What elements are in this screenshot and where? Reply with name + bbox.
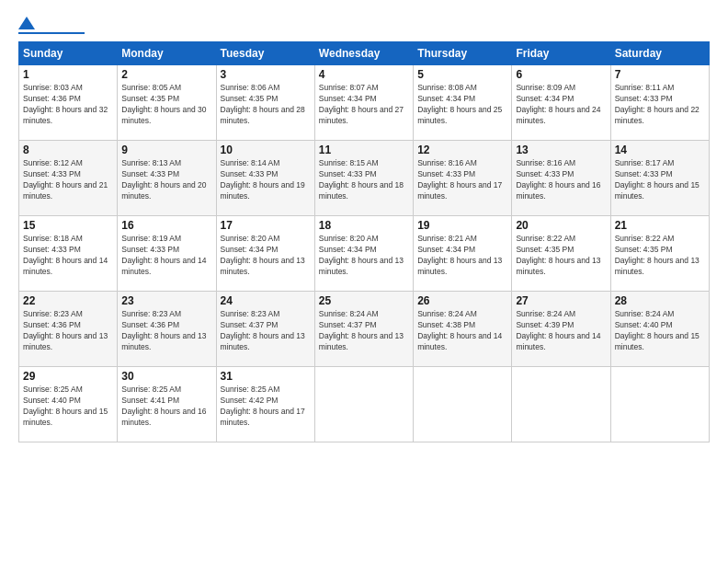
day-number: 18 bbox=[319, 219, 409, 232]
day-info: Sunrise: 8:24 AMSunset: 4:37 PMDaylight:… bbox=[319, 309, 409, 353]
day-info: Sunrise: 8:14 AMSunset: 4:33 PMDaylight:… bbox=[221, 158, 311, 202]
weekday-header: Tuesday bbox=[216, 42, 314, 65]
day-info: Sunrise: 8:22 AMSunset: 4:35 PMDaylight:… bbox=[516, 234, 606, 278]
logo-icon bbox=[18, 15, 35, 31]
day-number: 4 bbox=[319, 68, 409, 81]
day-number: 7 bbox=[615, 68, 705, 81]
weekday-header: Monday bbox=[118, 42, 216, 65]
day-number: 12 bbox=[417, 144, 507, 156]
calendar-table: SundayMondayTuesdayWednesdayThursdayFrid… bbox=[18, 41, 710, 442]
calendar-cell: 23Sunrise: 8:23 AMSunset: 4:36 PMDayligh… bbox=[118, 292, 216, 367]
svg-marker-0 bbox=[18, 17, 35, 29]
calendar-week-row: 8Sunrise: 8:12 AMSunset: 4:33 PMDaylight… bbox=[19, 141, 710, 216]
calendar-cell: 6Sunrise: 8:09 AMSunset: 4:34 PMDaylight… bbox=[512, 65, 610, 141]
day-number: 1 bbox=[23, 68, 113, 81]
day-info: Sunrise: 8:09 AMSunset: 4:34 PMDaylight:… bbox=[516, 83, 606, 127]
weekday-header: Saturday bbox=[610, 42, 709, 65]
calendar-cell: 19Sunrise: 8:21 AMSunset: 4:34 PMDayligh… bbox=[414, 216, 512, 292]
calendar-cell: 16Sunrise: 8:19 AMSunset: 4:33 PMDayligh… bbox=[118, 216, 216, 292]
day-info: Sunrise: 8:24 AMSunset: 4:40 PMDaylight:… bbox=[615, 309, 705, 353]
day-number: 25 bbox=[319, 294, 409, 307]
day-number: 22 bbox=[23, 294, 113, 307]
day-number: 24 bbox=[221, 294, 311, 307]
calendar-cell: 27Sunrise: 8:24 AMSunset: 4:39 PMDayligh… bbox=[512, 292, 610, 367]
header-row: SundayMondayTuesdayWednesdayThursdayFrid… bbox=[19, 42, 710, 65]
calendar-cell: 18Sunrise: 8:20 AMSunset: 4:34 PMDayligh… bbox=[314, 216, 413, 292]
calendar-cell bbox=[314, 367, 413, 442]
calendar-cell: 11Sunrise: 8:15 AMSunset: 4:33 PMDayligh… bbox=[314, 141, 413, 216]
day-info: Sunrise: 8:08 AMSunset: 4:34 PMDaylight:… bbox=[417, 83, 507, 127]
calendar-cell bbox=[610, 367, 709, 442]
calendar-cell: 9Sunrise: 8:13 AMSunset: 4:33 PMDaylight… bbox=[118, 141, 216, 216]
weekday-header: Friday bbox=[512, 42, 610, 65]
day-info: Sunrise: 8:19 AMSunset: 4:33 PMDaylight:… bbox=[121, 234, 211, 278]
day-number: 5 bbox=[417, 68, 507, 81]
calendar-cell: 20Sunrise: 8:22 AMSunset: 4:35 PMDayligh… bbox=[512, 216, 610, 292]
calendar-cell: 30Sunrise: 8:25 AMSunset: 4:41 PMDayligh… bbox=[118, 367, 216, 442]
day-number: 23 bbox=[121, 294, 211, 307]
calendar-cell bbox=[512, 367, 610, 442]
calendar-cell: 29Sunrise: 8:25 AMSunset: 4:40 PMDayligh… bbox=[19, 367, 118, 442]
day-number: 15 bbox=[23, 219, 113, 232]
calendar-cell: 10Sunrise: 8:14 AMSunset: 4:33 PMDayligh… bbox=[216, 141, 314, 216]
day-info: Sunrise: 8:20 AMSunset: 4:34 PMDaylight:… bbox=[221, 234, 311, 278]
day-number: 8 bbox=[23, 144, 113, 156]
header bbox=[18, 15, 710, 34]
day-info: Sunrise: 8:20 AMSunset: 4:34 PMDaylight:… bbox=[319, 234, 409, 278]
calendar-cell: 24Sunrise: 8:23 AMSunset: 4:37 PMDayligh… bbox=[216, 292, 314, 367]
day-info: Sunrise: 8:21 AMSunset: 4:34 PMDaylight:… bbox=[417, 234, 507, 278]
day-number: 27 bbox=[516, 294, 606, 307]
day-info: Sunrise: 8:25 AMSunset: 4:41 PMDaylight:… bbox=[121, 385, 211, 429]
calendar-week-row: 15Sunrise: 8:18 AMSunset: 4:33 PMDayligh… bbox=[19, 216, 710, 292]
calendar-cell: 28Sunrise: 8:24 AMSunset: 4:40 PMDayligh… bbox=[610, 292, 709, 367]
day-info: Sunrise: 8:24 AMSunset: 4:38 PMDaylight:… bbox=[417, 309, 507, 353]
calendar-cell: 17Sunrise: 8:20 AMSunset: 4:34 PMDayligh… bbox=[216, 216, 314, 292]
page: SundayMondayTuesdayWednesdayThursdayFrid… bbox=[0, 0, 728, 563]
day-number: 11 bbox=[319, 144, 409, 156]
weekday-header: Sunday bbox=[19, 42, 118, 65]
logo-underline bbox=[18, 32, 85, 34]
day-number: 31 bbox=[221, 370, 311, 383]
day-number: 9 bbox=[121, 144, 211, 156]
day-number: 20 bbox=[516, 219, 606, 232]
calendar-cell: 22Sunrise: 8:23 AMSunset: 4:36 PMDayligh… bbox=[19, 292, 118, 367]
day-info: Sunrise: 8:06 AMSunset: 4:35 PMDaylight:… bbox=[221, 83, 311, 127]
day-info: Sunrise: 8:03 AMSunset: 4:36 PMDaylight:… bbox=[23, 83, 113, 127]
calendar-cell: 4Sunrise: 8:07 AMSunset: 4:34 PMDaylight… bbox=[314, 65, 413, 141]
calendar-cell: 13Sunrise: 8:16 AMSunset: 4:33 PMDayligh… bbox=[512, 141, 610, 216]
day-number: 19 bbox=[417, 219, 507, 232]
day-info: Sunrise: 8:07 AMSunset: 4:34 PMDaylight:… bbox=[319, 83, 409, 127]
calendar-cell: 2Sunrise: 8:05 AMSunset: 4:35 PMDaylight… bbox=[118, 65, 216, 141]
calendar-cell: 25Sunrise: 8:24 AMSunset: 4:37 PMDayligh… bbox=[314, 292, 413, 367]
calendar-week-row: 29Sunrise: 8:25 AMSunset: 4:40 PMDayligh… bbox=[19, 367, 710, 442]
day-info: Sunrise: 8:12 AMSunset: 4:33 PMDaylight:… bbox=[23, 158, 113, 202]
day-info: Sunrise: 8:22 AMSunset: 4:35 PMDaylight:… bbox=[615, 234, 705, 278]
day-number: 16 bbox=[121, 219, 211, 232]
day-number: 17 bbox=[221, 219, 311, 232]
day-info: Sunrise: 8:24 AMSunset: 4:39 PMDaylight:… bbox=[516, 309, 606, 353]
calendar-week-row: 1Sunrise: 8:03 AMSunset: 4:36 PMDaylight… bbox=[19, 65, 710, 141]
weekday-header: Wednesday bbox=[314, 42, 413, 65]
calendar-cell: 15Sunrise: 8:18 AMSunset: 4:33 PMDayligh… bbox=[19, 216, 118, 292]
calendar-cell: 1Sunrise: 8:03 AMSunset: 4:36 PMDaylight… bbox=[19, 65, 118, 141]
calendar-cell: 31Sunrise: 8:25 AMSunset: 4:42 PMDayligh… bbox=[216, 367, 314, 442]
calendar-cell: 5Sunrise: 8:08 AMSunset: 4:34 PMDaylight… bbox=[414, 65, 512, 141]
day-info: Sunrise: 8:15 AMSunset: 4:33 PMDaylight:… bbox=[319, 158, 409, 202]
day-number: 6 bbox=[516, 68, 606, 81]
day-number: 30 bbox=[121, 370, 211, 383]
calendar-cell: 12Sunrise: 8:16 AMSunset: 4:33 PMDayligh… bbox=[414, 141, 512, 216]
calendar-week-row: 22Sunrise: 8:23 AMSunset: 4:36 PMDayligh… bbox=[19, 292, 710, 367]
weekday-header: Thursday bbox=[414, 42, 512, 65]
calendar-cell: 8Sunrise: 8:12 AMSunset: 4:33 PMDaylight… bbox=[19, 141, 118, 216]
day-info: Sunrise: 8:25 AMSunset: 4:42 PMDaylight:… bbox=[221, 385, 311, 429]
calendar-cell: 7Sunrise: 8:11 AMSunset: 4:33 PMDaylight… bbox=[610, 65, 709, 141]
day-info: Sunrise: 8:05 AMSunset: 4:35 PMDaylight:… bbox=[121, 83, 211, 127]
day-info: Sunrise: 8:23 AMSunset: 4:37 PMDaylight:… bbox=[221, 309, 311, 353]
day-number: 10 bbox=[221, 144, 311, 156]
day-number: 28 bbox=[615, 294, 705, 307]
day-number: 13 bbox=[516, 144, 606, 156]
day-number: 14 bbox=[615, 144, 705, 156]
day-info: Sunrise: 8:25 AMSunset: 4:40 PMDaylight:… bbox=[23, 385, 113, 429]
day-info: Sunrise: 8:18 AMSunset: 4:33 PMDaylight:… bbox=[23, 234, 113, 278]
day-info: Sunrise: 8:11 AMSunset: 4:33 PMDaylight:… bbox=[615, 83, 705, 127]
